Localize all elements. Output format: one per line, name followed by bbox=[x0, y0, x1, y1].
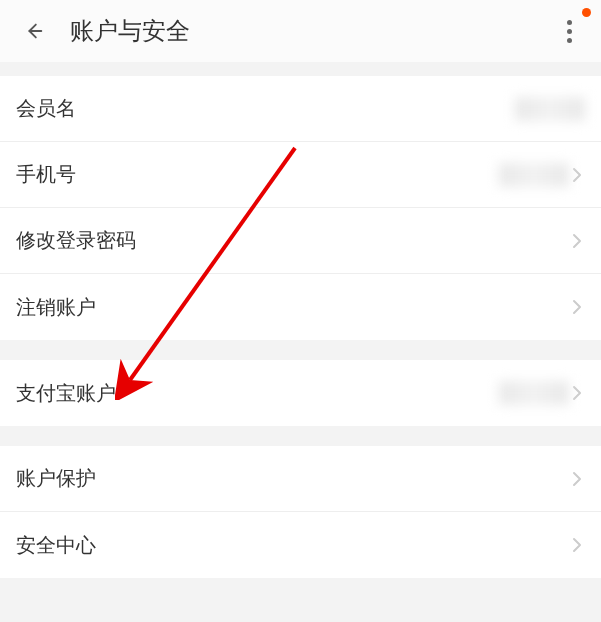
row-label: 手机号 bbox=[16, 161, 76, 188]
row-label: 账户保护 bbox=[16, 465, 96, 492]
row-label: 注销账户 bbox=[16, 294, 96, 321]
chevron-right-icon bbox=[569, 537, 585, 553]
more-button[interactable] bbox=[557, 11, 581, 51]
chevron-right-icon bbox=[569, 471, 585, 487]
row-alipay-account[interactable]: 支付宝账户 bbox=[0, 360, 601, 426]
row-label: 安全中心 bbox=[16, 532, 96, 559]
chevron-right-icon bbox=[569, 385, 585, 401]
chevron-right-icon bbox=[569, 167, 585, 183]
row-label: 支付宝账户 bbox=[16, 380, 116, 407]
row-account-protection[interactable]: 账户保护 bbox=[0, 446, 601, 512]
section-gap bbox=[0, 340, 601, 360]
row-change-password[interactable]: 修改登录密码 bbox=[0, 208, 601, 274]
row-label: 修改登录密码 bbox=[16, 227, 136, 254]
row-label: 会员名 bbox=[16, 95, 76, 122]
alipay-value-redacted bbox=[499, 381, 569, 405]
row-member-name[interactable]: 会员名 bbox=[0, 76, 601, 142]
row-phone[interactable]: 手机号 bbox=[0, 142, 601, 208]
row-delete-account[interactable]: 注销账户 bbox=[0, 274, 601, 340]
section-gap bbox=[0, 62, 601, 76]
page-title: 账户与安全 bbox=[70, 15, 190, 47]
chevron-right-icon bbox=[569, 233, 585, 249]
row-security-center[interactable]: 安全中心 bbox=[0, 512, 601, 578]
member-name-value-redacted bbox=[515, 97, 585, 121]
header-bar: 账户与安全 bbox=[0, 0, 601, 62]
arrow-left-icon bbox=[23, 20, 45, 42]
chevron-right-icon bbox=[569, 299, 585, 315]
back-button[interactable] bbox=[14, 11, 54, 51]
section-gap bbox=[0, 426, 601, 446]
phone-value-redacted bbox=[499, 163, 569, 187]
notification-dot-icon bbox=[582, 8, 591, 17]
more-vertical-icon bbox=[567, 20, 572, 43]
